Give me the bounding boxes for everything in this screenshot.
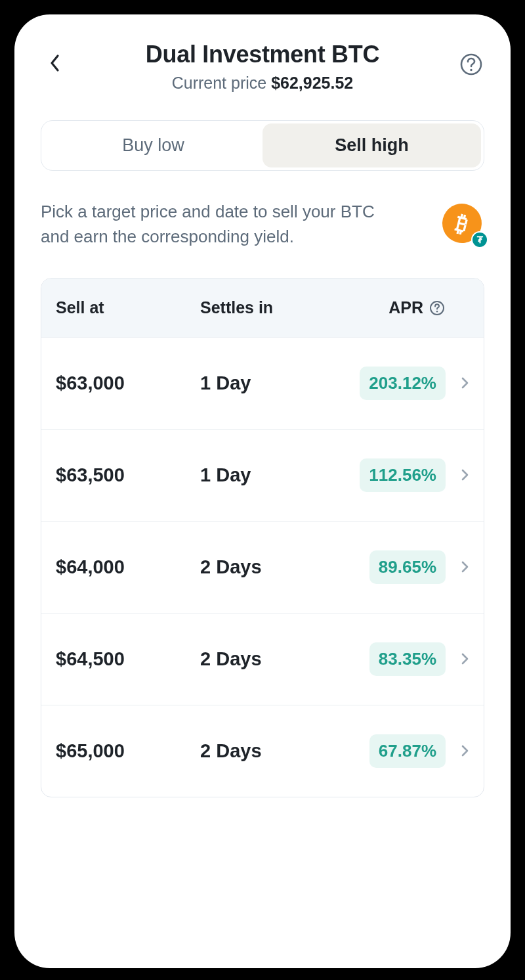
header: Dual Investment BTC Current price $62,92… — [14, 41, 511, 93]
sell-at-value: $65,000 — [56, 740, 200, 762]
table-row[interactable]: $65,000 2 Days 67.87% — [41, 705, 484, 797]
chevron-right-icon — [446, 648, 469, 670]
table-header: Sell at Settles in APR — [41, 278, 484, 337]
current-price-row: Current price $62,925.52 — [172, 74, 354, 93]
back-button[interactable] — [43, 51, 67, 75]
settles-in-value: 1 Day — [200, 372, 334, 394]
settles-in-value: 1 Day — [200, 464, 334, 486]
table-row[interactable]: $63,000 1 Day 203.12% — [41, 337, 484, 429]
help-circle-icon — [459, 53, 483, 76]
tab-buy-low[interactable]: Buy low — [44, 123, 262, 167]
apr-value: 83.35% — [369, 642, 446, 676]
svg-point-3 — [436, 311, 438, 312]
apr-value: 67.87% — [369, 734, 446, 768]
page-title: Dual Investment BTC — [146, 41, 379, 68]
sell-at-value: $63,000 — [56, 372, 200, 394]
apr-help-button[interactable] — [429, 300, 446, 317]
settles-in-value: 2 Days — [200, 740, 334, 762]
sell-at-value: $63,500 — [56, 464, 200, 486]
settles-in-value: 2 Days — [200, 556, 334, 578]
chevron-right-icon — [446, 372, 469, 394]
description-text: Pick a target price and date to sell you… — [41, 200, 382, 249]
chevron-right-icon — [446, 740, 469, 762]
settles-in-value: 2 Days — [200, 648, 334, 670]
table-row[interactable]: $63,500 1 Day 112.56% — [41, 429, 484, 521]
chevron-right-icon — [446, 556, 469, 578]
sell-at-value: $64,000 — [56, 556, 200, 578]
help-circle-icon — [429, 300, 445, 316]
column-header-apr: APR — [334, 298, 446, 317]
tether-icon: ₮ — [471, 231, 488, 248]
current-price-label: Current price — [172, 74, 267, 92]
apr-value: 203.12% — [360, 367, 446, 400]
current-price-value: $62,925.52 — [271, 74, 353, 92]
sell-at-value: $64,500 — [56, 648, 200, 670]
svg-point-1 — [470, 69, 472, 71]
apr-value: 89.65% — [369, 550, 446, 584]
column-header-settles-in: Settles in — [200, 298, 334, 317]
offers-table: Sell at Settles in APR $63,000 1 Day 203… — [41, 278, 484, 797]
column-header-sell-at: Sell at — [56, 298, 200, 317]
apr-value: 112.56% — [360, 458, 446, 492]
apr-label: APR — [388, 298, 423, 317]
mode-segmented-control: Buy low Sell high — [41, 120, 484, 171]
chevron-right-icon — [446, 464, 469, 486]
coin-pair-icon: ₿ ₮ — [442, 204, 484, 246]
table-row[interactable]: $64,500 2 Days 83.35% — [41, 613, 484, 705]
app-screen: Dual Investment BTC Current price $62,92… — [14, 14, 511, 968]
help-button[interactable] — [458, 51, 484, 78]
chevron-left-icon — [49, 54, 61, 72]
tab-sell-high[interactable]: Sell high — [262, 123, 481, 167]
description-row: Pick a target price and date to sell you… — [14, 200, 511, 249]
table-row[interactable]: $64,000 2 Days 89.65% — [41, 521, 484, 613]
